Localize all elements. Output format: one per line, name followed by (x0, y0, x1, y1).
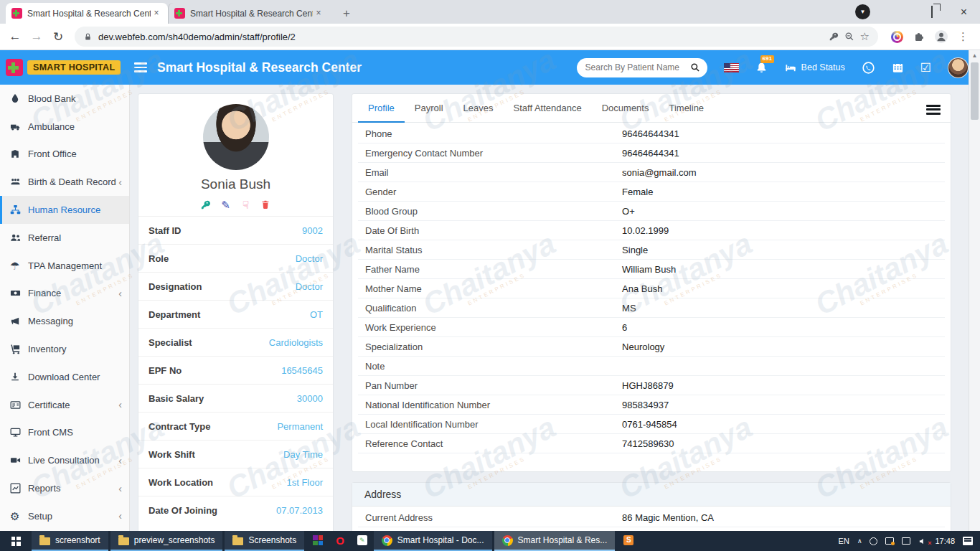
address-card-title: Address (352, 483, 951, 507)
scrollbar-up-icon[interactable]: ▲ (969, 50, 980, 62)
taskbar-opera[interactable]: O (329, 531, 351, 551)
bed-status-label: Bed Status (801, 62, 845, 72)
tray-volume-muted-icon[interactable]: × (918, 537, 927, 545)
sidebar-item-human-resource[interactable]: Human Resource (0, 196, 129, 224)
sidebar-item-label: Front Office (28, 149, 77, 159)
bookmark-star-icon[interactable]: ☆ (860, 30, 870, 43)
reset-password-key-icon[interactable] (200, 199, 211, 210)
bed-icon (784, 62, 797, 73)
sidebar-item-setup[interactable]: ⚙ Setup ‹ (0, 502, 129, 530)
tab-documents[interactable]: Documents (592, 94, 659, 123)
sidebar-item-front-office[interactable]: Front Office (0, 141, 129, 169)
sidebar-item-finance[interactable]: Finance ‹ (0, 280, 129, 308)
staff-details-card: Profile Payroll Leaves Staff Attendance … (352, 93, 951, 472)
zoom-out-icon[interactable] (844, 32, 854, 42)
taskbar-window-chrome-doc[interactable]: Smart Hospital - Doc... (374, 531, 492, 551)
tray-time[interactable]: 17:48 (935, 537, 955, 545)
tab-staff-attendance[interactable]: Staff Attendance (504, 94, 592, 123)
address-bar[interactable]: dev.webfeb.com/sh40demo/admin/staff/prof… (75, 27, 878, 47)
sidebar-item-front-cms[interactable]: Front CMS (0, 419, 129, 447)
taskbar-folder-screenshots[interactable]: Screenshots (225, 531, 304, 551)
hospital-cross-icon (6, 59, 23, 76)
taskbar-folder-screenshort[interactable]: screenshort (32, 531, 108, 551)
browser-update-icon[interactable]: ▼ (855, 4, 870, 19)
tray-language[interactable]: EN (839, 537, 849, 545)
sidebar-toggle-icon[interactable] (134, 60, 147, 74)
delete-trash-icon[interactable] (260, 199, 271, 210)
taskbar-winrar[interactable] (306, 531, 329, 551)
bed-status-button[interactable]: Bed Status (784, 62, 845, 73)
notification-count-badge: 691 (760, 55, 774, 63)
sidebar-item-referral[interactable]: Referral (0, 224, 129, 252)
detail-row: Father NameWilliam Bush (358, 260, 945, 279)
profile-details-list: Phone96464644341 Emergency Contact Numbe… (352, 123, 951, 453)
edit-pencil-icon[interactable]: ✎ (220, 199, 231, 210)
tab-close-icon[interactable]: × (313, 8, 324, 19)
whatsapp-icon[interactable] (862, 61, 875, 75)
summary-row: Work ShiftDay Time (138, 440, 333, 468)
tab-leaves[interactable]: Leaves (453, 94, 504, 123)
taskbar-folder-preview-screenshots[interactable]: preview_screenshots (110, 531, 223, 551)
patient-search-box[interactable] (577, 58, 707, 77)
sidebar-item-inventory[interactable]: Inventory (0, 335, 129, 363)
tab-timeline[interactable]: Timeline (659, 94, 714, 123)
url-text[interactable]: dev.webfeb.com/sh40demo/admin/staff/prof… (98, 32, 823, 42)
app-logo[interactable]: SMART HOSPITAL (0, 59, 130, 76)
disable-staff-thumb-down-icon[interactable]: ☟ (240, 199, 251, 210)
sidebar-item-live-consultation[interactable]: Live Consultation ‹ (0, 446, 129, 474)
start-button[interactable] (0, 531, 32, 551)
sidebar-item-certificate[interactable]: Certificate ‹ (0, 391, 129, 419)
minimize-button[interactable] (883, 0, 915, 24)
taskbar-window-chrome-active[interactable]: Smart Hospital & Res... (494, 531, 616, 551)
close-window-button[interactable]: × (948, 0, 980, 24)
tasks-check-icon[interactable]: ☑ (920, 62, 931, 74)
restore-button[interactable] (915, 0, 948, 24)
tray-expand-caret-icon[interactable]: ∧ (857, 537, 862, 545)
card-menu-icon[interactable] (926, 103, 941, 116)
language-flag-icon[interactable] (724, 63, 739, 72)
browser-menu-icon[interactable]: ⋮ (958, 30, 969, 43)
forward-button[interactable]: → (26, 29, 47, 44)
detail-row: Work Experience6 (358, 318, 945, 337)
tab-close-icon[interactable]: × (151, 8, 162, 19)
new-tab-button[interactable]: + (337, 6, 356, 21)
summary-row: Date Of Joining07.07.2013 (138, 496, 333, 524)
sidebar-item-tpa-management[interactable]: ☂ TPA Management (0, 252, 129, 280)
tray-display-icon[interactable] (902, 537, 910, 545)
browser-tab-1[interactable]: Smart Hospital & Research Cente × (6, 3, 168, 24)
instagram-extension-icon[interactable] (891, 31, 903, 43)
tab-profile[interactable]: Profile (358, 94, 405, 123)
sidebar-item-download-center[interactable]: Download Center (0, 363, 129, 391)
browser-profile-avatar[interactable] (935, 30, 948, 43)
extensions-area: ⋮ (884, 30, 976, 43)
action-center-icon[interactable] (963, 537, 973, 545)
password-key-icon[interactable] (829, 32, 839, 42)
folder-icon (118, 537, 129, 545)
sublime-icon: S (623, 535, 633, 545)
back-button[interactable]: ← (4, 29, 26, 44)
tab-payroll[interactable]: Payroll (405, 94, 453, 123)
sidebar-item-ambulance[interactable]: Ambulance (0, 113, 129, 141)
scrollbar-thumb[interactable] (971, 62, 979, 120)
detail-row: SpecializationNeurology (358, 337, 945, 357)
search-input[interactable] (584, 62, 687, 73)
tray-clock-icon[interactable] (870, 537, 877, 545)
browser-tab-2[interactable]: Smart Hospital & Research Cente × (168, 3, 330, 24)
taskbar-sublime[interactable]: S (617, 531, 640, 551)
user-avatar[interactable] (948, 57, 969, 78)
notifications-bell[interactable]: 691 (755, 62, 768, 74)
sidebar-item-blood-bank[interactable]: Blood Bank (0, 85, 129, 113)
sidebar-item-label: Referral (28, 232, 61, 243)
sidebar-item-birth-death-record[interactable]: Birth & Death Record ‹ (0, 168, 129, 196)
building-icon (10, 149, 28, 159)
reload-button[interactable]: ↻ (47, 29, 69, 44)
extensions-puzzle-icon[interactable] (913, 31, 925, 42)
staff-photo (203, 104, 269, 170)
tray-app-badge-icon[interactable] (885, 537, 894, 545)
calendar-icon[interactable] (892, 62, 904, 74)
search-icon[interactable] (690, 62, 700, 72)
sidebar-item-reports[interactable]: Reports ‹ (0, 474, 129, 502)
taskbar-notepad[interactable]: ✎ (351, 531, 374, 551)
sidebar-item-messaging[interactable]: Messaging (0, 307, 129, 335)
page-scrollbar[interactable]: ▲ (969, 50, 980, 531)
